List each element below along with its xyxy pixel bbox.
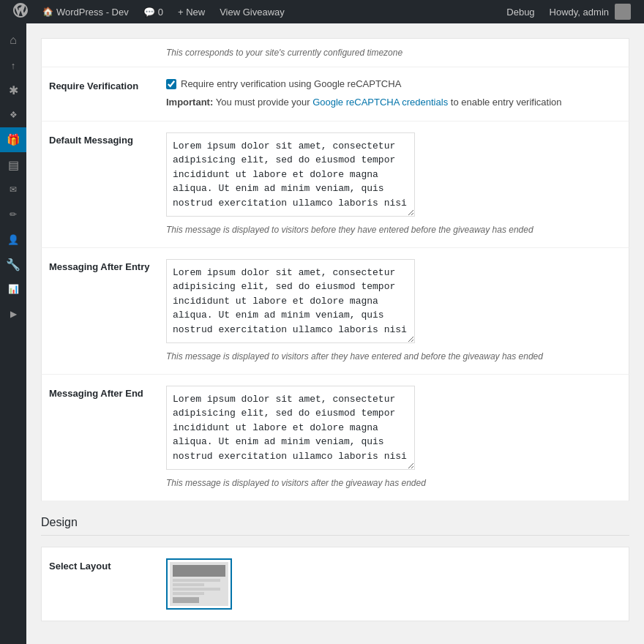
messaging-after-end-label: Messaging After End <box>49 386 166 399</box>
verification-note-text: You must provide your <box>216 97 312 108</box>
messaging-after-end-wrapper: Lorem ipsum dolor sit amet, consectetur … <box>166 386 415 472</box>
sidebar-item-comments[interactable]: ✉ <box>0 177 26 202</box>
layout-option-1[interactable] <box>166 558 232 610</box>
new-item[interactable]: + New <box>171 0 212 23</box>
messaging-after-entry-label: Messaging After Entry <box>49 259 166 272</box>
design-heading: Design <box>41 516 629 536</box>
messaging-after-entry-row: Messaging After Entry Lorem ipsum dolor … <box>41 248 629 375</box>
admin-bar: 🏠 WordPress - Dev 💬 0 + New View Giveawa… <box>0 0 644 23</box>
messaging-after-end-field: Lorem ipsum dolor sit amet, consectetur … <box>166 386 621 490</box>
comments-count: 0 <box>158 7 163 18</box>
layout-line-1 <box>173 579 220 582</box>
verification-note-suffix: to enable entry verification <box>451 97 562 108</box>
sidebar-item-updates[interactable]: ↑ <box>0 53 26 78</box>
wp-logo[interactable] <box>6 3 35 21</box>
verification-note-bold: Important: <box>166 97 213 108</box>
messaging-after-entry-wrapper: Lorem ipsum dolor sit amet, consectetur … <box>166 259 415 345</box>
sidebar-item-collapse[interactable]: ▶ <box>0 302 26 326</box>
messaging-after-entry-textarea[interactable]: Lorem ipsum dolor sit amet, consectetur … <box>166 259 415 343</box>
default-messaging-row: Default Messaging Lorem ipsum dolor sit … <box>41 121 629 248</box>
messaging-after-end-textarea[interactable]: Lorem ipsum dolor sit amet, consectetur … <box>166 386 415 470</box>
messaging-after-end-desc: This message is displayed to visitors af… <box>166 476 621 490</box>
sidebar-item-users[interactable]: 👤 <box>0 227 26 252</box>
avatar <box>615 4 631 20</box>
messaging-after-entry-field: Lorem ipsum dolor sit amet, consectetur … <box>166 259 621 363</box>
require-verification-row: Require Verification Require entry verif… <box>41 67 629 121</box>
view-giveaway-item[interactable]: View Giveaway <box>212 0 292 23</box>
default-messaging-desc: This message is displayed to visitors be… <box>166 223 621 236</box>
sidebar-item-media[interactable]: ❖ <box>0 102 26 127</box>
layout-line-4 <box>173 592 204 595</box>
layout-line-2 <box>173 583 204 586</box>
comments-icon: 💬 <box>143 7 155 18</box>
layout-line-3 <box>173 588 220 591</box>
verification-checkbox-text: Require entry verification using Google … <box>181 78 401 89</box>
default-messaging-textarea[interactable]: Lorem ipsum dolor sit amet, consectetur … <box>166 132 415 217</box>
select-layout-row: Select Layout <box>41 547 629 621</box>
select-layout-field <box>166 558 621 610</box>
timezone-note: This corresponds to your site's currentl… <box>166 46 621 59</box>
site-icon: 🏠 <box>42 7 53 17</box>
layout-preview-top <box>173 565 225 577</box>
layout-preview-lines <box>173 579 225 595</box>
verification-note: Important: You must provide your Google … <box>166 95 621 110</box>
layout-preview-btn <box>173 597 199 603</box>
require-verification-field: Require entry verification using Google … <box>166 78 621 110</box>
view-giveaway-label: View Giveaway <box>220 7 285 18</box>
debug-item[interactable]: Debug <box>499 0 542 23</box>
verification-checkbox-label[interactable]: Require entry verification using Google … <box>166 78 621 89</box>
new-label: + New <box>178 7 205 18</box>
recaptcha-credentials-link[interactable]: Google reCAPTCHA credentials <box>312 97 448 108</box>
select-layout-label: Select Layout <box>49 558 166 572</box>
sidebar-item-dashboard[interactable]: ⌂ <box>0 28 26 53</box>
sidebar-item-appearance[interactable]: ✏ <box>0 202 26 227</box>
default-messaging-wrapper: Lorem ipsum dolor sit amet, consectetur … <box>166 132 415 219</box>
default-messaging-field: Lorem ipsum dolor sit amet, consectetur … <box>166 132 621 236</box>
messaging-after-entry-desc: This message is displayed to visitors af… <box>166 350 621 363</box>
sidebar-item-tools[interactable]: 🔧 <box>0 252 26 277</box>
site-name-label: WordPress - Dev <box>56 7 129 18</box>
verification-checkbox[interactable] <box>166 79 176 89</box>
howdy-item[interactable]: Howdy, admin <box>542 0 638 23</box>
comments-item[interactable]: 💬 0 <box>136 0 171 23</box>
howdy-label: Howdy, admin <box>550 7 609 18</box>
sidebar: ⌂ ↑ ✱ ❖ 🎁 ▤ ✉ ✏ 👤 🔧 📊 ▶ <box>0 23 26 644</box>
messaging-after-end-row: Messaging After End Lorem ipsum dolor si… <box>41 375 629 501</box>
sidebar-item-pages[interactable]: ▤ <box>0 152 26 177</box>
default-messaging-label: Default Messaging <box>49 132 166 146</box>
sidebar-item-giveaway[interactable]: 🎁 <box>0 127 26 152</box>
layout-preview <box>170 562 228 606</box>
site-name-item[interactable]: 🏠 WordPress - Dev <box>35 0 136 23</box>
timezone-row: This corresponds to your site's currentl… <box>41 38 629 67</box>
sidebar-item-posts[interactable]: ✱ <box>0 78 26 102</box>
sidebar-item-settings[interactable]: 📊 <box>0 277 26 302</box>
main-content: This corresponds to your site's currentl… <box>26 23 644 644</box>
debug-label: Debug <box>506 7 534 18</box>
require-verification-label: Require Verification <box>49 78 166 110</box>
design-section: Design Select Layout <box>41 516 629 621</box>
